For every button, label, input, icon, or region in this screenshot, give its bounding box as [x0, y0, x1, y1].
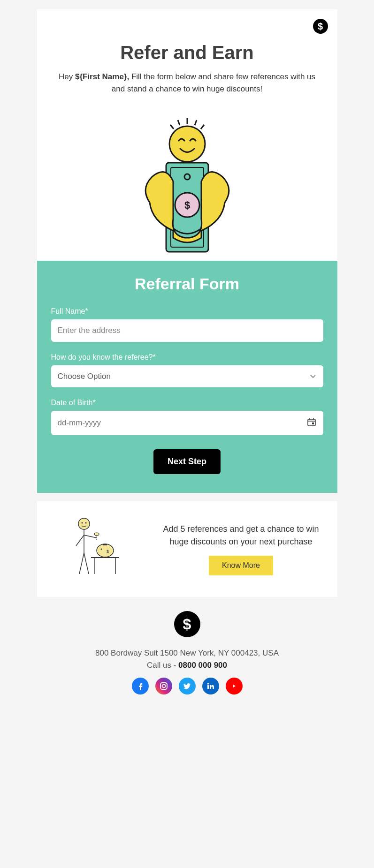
dollar-badge-icon: $	[313, 19, 328, 34]
page-title: Refer and Earn	[56, 42, 319, 63]
svg-line-23	[84, 553, 89, 574]
social-links	[19, 678, 355, 694]
info-text: Add 5 references and get a chance to win…	[159, 523, 323, 548]
footer-dollar-icon: $	[174, 611, 200, 637]
svg-point-17	[81, 522, 83, 524]
fullname-label: Full Name*	[51, 307, 323, 316]
svg-point-5	[169, 126, 205, 162]
svg-point-34	[162, 685, 165, 688]
svg-point-26	[97, 544, 114, 557]
youtube-icon[interactable]	[226, 678, 243, 694]
dob-label: Date of Birth*	[51, 399, 323, 407]
svg-text:$: $	[184, 199, 190, 211]
fullname-input[interactable]	[51, 319, 323, 342]
twitter-icon[interactable]	[179, 678, 196, 694]
svg-point-28	[100, 549, 102, 550]
svg-rect-15	[312, 423, 314, 424]
svg-rect-36	[207, 685, 209, 689]
relation-label: How do you know the referee?*	[51, 353, 323, 362]
phone-number: 0800 000 900	[178, 661, 227, 670]
svg-line-20	[84, 535, 97, 538]
svg-line-21	[76, 535, 84, 546]
svg-line-2	[195, 120, 197, 125]
greeting-rest: Fill the form below and share few refere…	[112, 72, 315, 93]
hero-illustration: $	[37, 104, 337, 261]
svg-text:$: $	[107, 549, 109, 554]
svg-point-37	[207, 683, 208, 684]
linkedin-icon[interactable]	[202, 678, 219, 694]
svg-point-24	[94, 533, 99, 536]
svg-line-1	[178, 120, 180, 125]
next-step-button[interactable]: Next Step	[153, 449, 221, 474]
svg-point-35	[165, 684, 166, 685]
svg-rect-27	[103, 544, 107, 545]
svg-line-3	[170, 125, 174, 129]
greeting-prefix: Hey	[59, 72, 75, 81]
relation-select[interactable]: Choose Option	[51, 365, 323, 387]
svg-line-4	[201, 125, 204, 129]
svg-point-18	[85, 522, 86, 524]
info-section: $ Add 5 references and get a chance to w…	[37, 501, 337, 597]
facebook-icon[interactable]	[132, 678, 149, 694]
page-subtitle: Hey ${First Name}, Fill the form below a…	[56, 71, 319, 95]
call-prefix: Call us -	[147, 661, 178, 670]
form-title: Referral Form	[51, 275, 323, 293]
referral-form: Referral Form Full Name* How do you know…	[37, 261, 337, 493]
svg-line-22	[79, 553, 84, 574]
savings-illustration: $	[51, 515, 145, 583]
calendar-icon	[307, 418, 316, 428]
footer-phone-line: Call us - 0800 000 900	[19, 661, 355, 670]
footer: $ 800 Bordway Suit 1500 New York, NY 000…	[9, 597, 365, 723]
svg-rect-11	[308, 419, 315, 426]
svg-point-16	[78, 518, 90, 529]
dob-input[interactable]	[51, 411, 323, 435]
know-more-button[interactable]: Know More	[209, 556, 273, 575]
footer-address: 800 Bordway Suit 1500 New York, NY 00042…	[19, 649, 355, 658]
instagram-icon[interactable]	[155, 678, 172, 694]
greeting-variable: ${First Name},	[75, 72, 129, 81]
